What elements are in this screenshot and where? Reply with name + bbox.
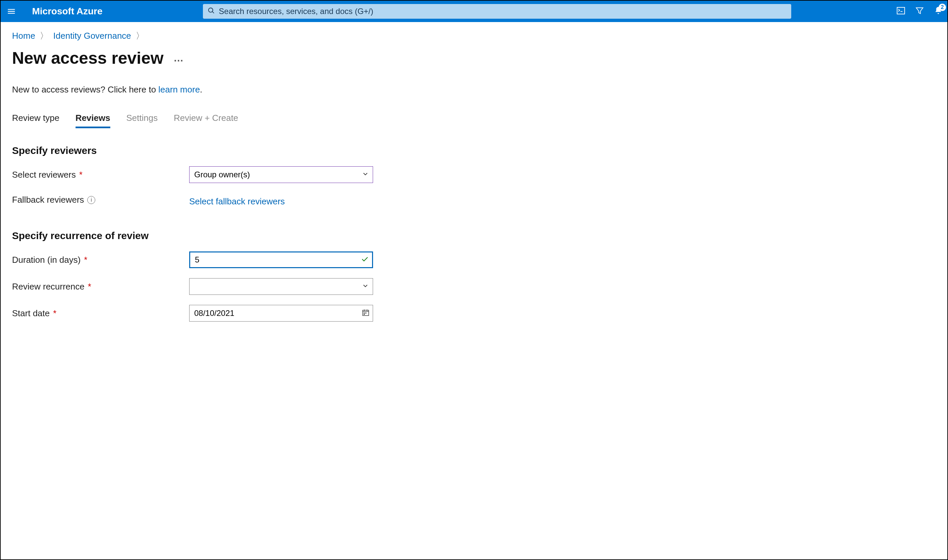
field-select-reviewers xyxy=(189,166,373,183)
search-input[interactable] xyxy=(203,4,791,19)
notification-badge: 2 xyxy=(939,4,946,11)
wizard-tabs: Review type Reviews Settings Review + Cr… xyxy=(12,113,936,128)
field-duration xyxy=(189,251,373,268)
chevron-right-icon: 〉 xyxy=(40,30,48,42)
hamburger-menu-icon[interactable] xyxy=(5,5,18,18)
required-star: * xyxy=(53,308,57,318)
label-recurrence-text: Review recurrence xyxy=(12,282,85,292)
filter-icon[interactable] xyxy=(914,6,925,17)
label-duration: Duration (in days) * xyxy=(12,255,189,265)
section-specify-recurrence: Specify recurrence of review xyxy=(12,230,936,242)
tab-reviews[interactable]: Reviews xyxy=(76,113,110,128)
label-start-date: Start date * xyxy=(12,308,189,318)
breadcrumb-governance[interactable]: Identity Governance xyxy=(53,31,131,41)
learn-more-link[interactable]: learn more xyxy=(159,85,200,94)
tab-settings[interactable]: Settings xyxy=(127,113,158,128)
label-duration-text: Duration (in days) xyxy=(12,255,80,265)
required-star: * xyxy=(84,255,87,265)
top-icons: 2 xyxy=(886,6,943,17)
intro-note-prefix: New to access reviews? Click here to xyxy=(12,85,159,94)
row-duration: Duration (in days) * xyxy=(12,251,936,268)
row-fallback-reviewers: Fallback reviewers i Select fallback rev… xyxy=(12,193,936,207)
label-select-reviewers: Select reviewers * xyxy=(12,170,189,180)
search-wrapper xyxy=(203,4,791,19)
label-recurrence: Review recurrence * xyxy=(12,282,189,292)
intro-note: New to access reviews? Click here to lea… xyxy=(12,85,936,95)
notifications-icon[interactable]: 2 xyxy=(933,6,943,17)
content-area: Home 〉 Identity Governance 〉 New access … xyxy=(1,22,947,329)
top-bar: Microsoft Azure 2 xyxy=(1,1,947,22)
breadcrumb-home[interactable]: Home xyxy=(12,31,35,41)
duration-input[interactable] xyxy=(189,251,373,268)
tab-review-type[interactable]: Review type xyxy=(12,113,60,128)
row-start-date: Start date * xyxy=(12,305,936,322)
more-actions-icon[interactable]: … xyxy=(173,52,184,64)
select-reviewers-dropdown[interactable] xyxy=(189,166,373,183)
checkmark-icon xyxy=(360,255,369,265)
row-select-reviewers: Select reviewers * xyxy=(12,166,936,183)
brand-label: Microsoft Azure xyxy=(32,6,103,17)
info-icon[interactable]: i xyxy=(87,196,95,204)
tab-review-create[interactable]: Review + Create xyxy=(174,113,238,128)
section-specify-reviewers: Specify reviewers xyxy=(12,145,936,156)
cloud-shell-icon[interactable] xyxy=(896,6,906,17)
field-fallback-reviewers: Select fallback reviewers xyxy=(189,193,373,207)
field-start-date xyxy=(189,305,373,322)
page-title: New access review xyxy=(12,48,164,68)
label-start-date-text: Start date xyxy=(12,308,50,318)
breadcrumb: Home 〉 Identity Governance 〉 xyxy=(12,30,936,42)
page-title-row: New access review … xyxy=(12,48,936,68)
row-recurrence: Review recurrence * xyxy=(12,278,936,295)
required-star: * xyxy=(79,170,83,180)
field-recurrence xyxy=(189,278,373,295)
intro-note-suffix: . xyxy=(200,85,202,94)
required-star: * xyxy=(88,282,91,292)
select-fallback-reviewers-link[interactable]: Select fallback reviewers xyxy=(189,196,285,206)
start-date-input[interactable] xyxy=(189,305,373,322)
label-select-reviewers-text: Select reviewers xyxy=(12,170,76,180)
chevron-right-icon: 〉 xyxy=(136,30,144,42)
label-fallback-reviewers: Fallback reviewers i xyxy=(12,195,189,205)
label-fallback-reviewers-text: Fallback reviewers xyxy=(12,195,84,205)
search-icon xyxy=(208,7,215,16)
recurrence-dropdown[interactable] xyxy=(189,278,373,295)
